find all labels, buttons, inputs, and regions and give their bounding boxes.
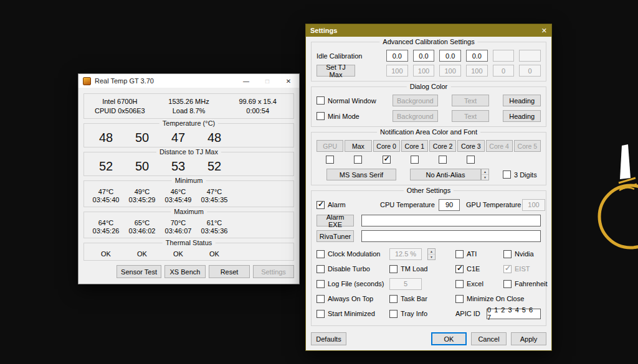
bulb-cord [620,144,631,179]
checkbox-icon [467,156,475,164]
checkbox-task-bar[interactable]: Task Bar [389,295,427,303]
cpu-temperature-input[interactable]: 90 [439,199,460,211]
checkbox-start-minimized[interactable]: Start Minimized [317,310,375,318]
notify-core1-button[interactable]: Core 1 [401,140,428,152]
idle-calibration-input-1[interactable]: 0.0 [413,50,435,62]
tjmax-input-0[interactable]: 100 [386,65,408,77]
apply-button[interactable]: Apply [511,332,546,345]
notify-check-core2[interactable] [439,156,447,164]
max-time: 03:45:36 [201,227,228,235]
checkbox-tm-load[interactable]: TM Load [389,265,427,273]
antialias-button[interactable]: No Anti-Alias [410,169,481,180]
checkbox-fahrenheit[interactable]: Fahrenheit [503,280,548,288]
alarm-exe-button[interactable]: Alarm EXE [317,215,354,226]
group-dialog-color-label: Dialog Color [407,83,451,90]
max-temp: 65°C [135,219,150,227]
checkbox-icon [317,96,325,105]
temperature-label: Temperature (°C) [160,119,218,127]
idle-calibration-input-3[interactable]: 0.0 [466,50,488,62]
thermal-status-panel: Thermal Status OK OK OK OK [83,243,294,261]
checkbox-icon [455,295,464,303]
settings-body: Advanced Calibration Settings Idle Calib… [306,37,551,350]
max-temp: 64°C [98,219,114,227]
close-button[interactable]: ✕ [278,74,299,88]
xs-bench-button[interactable]: XS Bench [164,265,206,278]
notification-check-row [317,156,541,164]
notify-check-core1[interactable] [411,156,419,164]
group-dialog-color: Dialog Color Normal Window Background Te… [311,86,546,127]
idle-calibration-input-5 [519,50,541,62]
set-tjmax-button[interactable]: Set TJ Max [317,65,355,77]
cancel-button[interactable]: Cancel [471,332,507,345]
checkbox-always-on-top[interactable]: Always On Top [317,295,373,303]
checkbox-icon [389,310,398,318]
sensor-test-button[interactable]: Sensor Test [117,265,161,278]
distance-panel: Distance to TJ Max 52 50 53 52 [83,152,294,176]
settings-titlebar[interactable]: Settings ✕ [306,24,551,37]
checkbox-clock-modulation[interactable]: Clock Modulation [317,250,380,258]
mini-heading-button[interactable]: Heading [503,110,541,122]
checkbox-nvidia[interactable]: Nvidia [503,250,534,258]
spinner-down-icon[interactable]: ▼ [428,254,435,259]
font-select-button[interactable]: MS Sans Serif [326,169,396,180]
spinner-down-icon[interactable]: ▼ [482,174,488,180]
group-notification-label: Notification Area Color and Font [377,128,480,136]
antialias-spinner[interactable]: ▲ ▼ [481,169,489,180]
settings-footer: Defaults OK Cancel Apply [311,332,546,345]
tjmax-input-1[interactable]: 100 [413,65,435,77]
rivatuner-path-input[interactable] [361,230,541,242]
minimize-button[interactable]: — [236,74,257,88]
apic-id-field: 0 1 2 3 4 5 6 7 [487,309,541,319]
rivatuner-button[interactable]: RivaTuner [317,230,354,242]
checkbox-minimize-on-close[interactable]: Minimize On Close [455,295,524,303]
checkbox-ati[interactable]: ATI [455,250,477,258]
notify-core3-button[interactable]: Core 3 [457,140,484,152]
checkbox-log-file[interactable]: Log File (seconds) [317,280,384,288]
checkbox-label: Excel [467,280,483,287]
spinner-up-icon[interactable]: ▲ [428,249,435,254]
checkbox-disable-turbo[interactable]: Disable Turbo [317,265,370,273]
checkbox-3digits[interactable]: 3 Digits [503,170,537,179]
distance-value: 52 [207,159,221,174]
checkbox-icon [326,156,334,164]
checkbox-icon [455,250,464,258]
notify-max-button[interactable]: Max [345,140,371,152]
normal-text-button: Text [452,95,490,106]
tjmax-input-2[interactable]: 100 [439,65,461,77]
core-temp: 47 [171,131,185,145]
notify-check-gpu[interactable] [326,156,334,164]
checkbox-excel[interactable]: Excel [455,280,483,288]
checkbox-mini-mode[interactable]: Mini Mode [317,112,379,120]
normal-heading-button[interactable]: Heading [503,95,541,106]
close-button[interactable]: ✕ [536,27,547,35]
spinner-up-icon[interactable]: ▲ [482,169,488,174]
reset-button[interactable]: Reset [209,265,250,278]
checkbox-icon [317,310,325,318]
notify-check-core0[interactable] [383,156,391,164]
notify-core2-button[interactable]: Core 2 [429,140,456,152]
notify-core4-button: Core 4 [486,140,513,152]
checkbox-tray-info[interactable]: Tray Info [389,310,427,318]
alarm-exe-path-input[interactable] [361,215,541,226]
checkbox-alarm[interactable]: Alarm [317,201,380,209]
clock-modulation-spinner[interactable]: ▲ ▼ [427,248,436,260]
distance-label: Distance to TJ Max [156,148,221,156]
tjmax-input-3[interactable]: 100 [466,65,488,77]
realtemp-window-title: Real Temp GT 3.70 [95,77,236,85]
checkbox-normal-window[interactable]: Normal Window [317,96,379,105]
maximum-panel: Maximum 64°C 03:45:26 65°C 03:46:02 70°C… [83,212,294,238]
realtemp-titlebar[interactable]: Real Temp GT 3.70 — □ ✕ [79,74,299,88]
distance-value: 52 [99,159,113,174]
checkbox-icon [389,295,398,303]
defaults-button[interactable]: Defaults [311,332,346,345]
checkbox-label: Always On Top [328,295,373,302]
checkbox-icon [455,265,464,273]
notify-core0-button[interactable]: Core 0 [373,140,400,152]
idle-calibration-input-0[interactable]: 0.0 [386,50,408,62]
uptime: 0:00:54 [246,107,269,114]
idle-calibration-input-2[interactable]: 0.0 [439,50,461,62]
ok-button[interactable]: OK [431,332,467,345]
checkbox-c1e[interactable]: C1E [455,265,480,273]
notify-check-max[interactable] [354,156,362,164]
notify-check-core3[interactable] [467,156,475,164]
